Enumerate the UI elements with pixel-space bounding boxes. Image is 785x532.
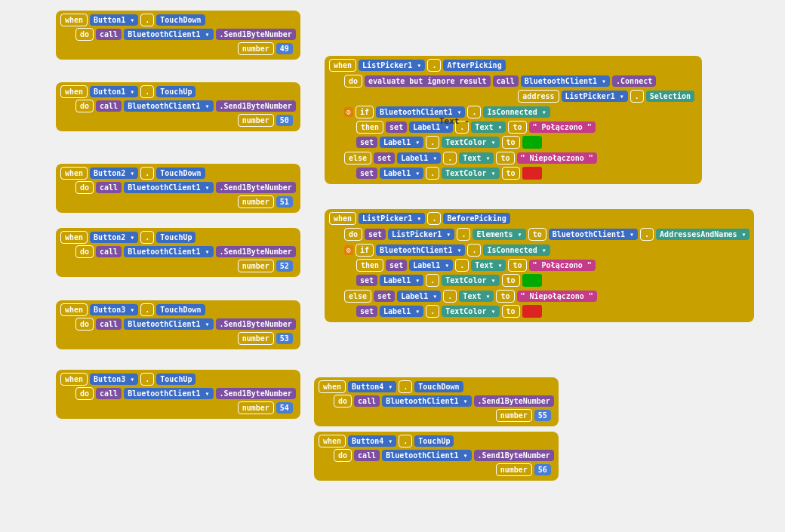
dot4: . (140, 231, 154, 244)
touchdown-trigger3: TouchDown (156, 304, 205, 315)
text-dash-label: Text - (439, 116, 469, 126)
do-lp2: do (344, 228, 362, 241)
when-label8: when (319, 435, 346, 447)
set-elements: set (365, 229, 386, 240)
to-l2: to (502, 136, 520, 149)
send1byte-method8: .Send1ByteNumber (474, 450, 554, 461)
dot-addr: . (630, 90, 644, 103)
touchup-trigger3: TouchUp (156, 374, 195, 385)
to-l8: to (502, 305, 520, 318)
set-label8: set (356, 306, 377, 317)
when-lp2: when (329, 212, 356, 225)
when-label2: when (60, 85, 88, 98)
dot8: . (399, 435, 412, 447)
to-elem: to (528, 228, 546, 241)
to-l7: to (496, 290, 514, 303)
set-label1: set (386, 121, 407, 133)
green-color2 (522, 274, 543, 287)
niepolaczono-text2: " Niepołączono " (517, 291, 597, 302)
send1byte-method6: .Send1ByteNumber (216, 388, 296, 399)
touchup-trigger1: TouchUp (156, 86, 195, 97)
text-prop1: Text ▾ (471, 121, 506, 133)
dot-isconn: . (467, 106, 481, 118)
dot-addr2: . (640, 228, 654, 241)
isconnected-prop: IsConnected ▾ (483, 106, 550, 118)
send1byte-method4: .Send1ByteNumber (216, 246, 296, 257)
label1-comp2: Label1 ▾ (380, 137, 423, 148)
selection-prop: Selection (646, 91, 694, 102)
do-label: do (75, 28, 94, 41)
label1-comp7: Label1 ▾ (397, 291, 441, 302)
button1b-component: Button1 ▾ (90, 86, 138, 97)
block-listpicker1-beforepicking: when ListPicker1 ▾ . BeforePicking do se… (325, 209, 754, 322)
text-prop4: Text ▾ (459, 291, 494, 302)
label1-comp3: Label1 ▾ (397, 152, 441, 164)
dot2: . (140, 85, 154, 98)
send1byte-method3: .Send1ByteNumber (216, 182, 296, 193)
dot3: . (140, 167, 154, 180)
textcolor-prop2: TextColor ▾ (442, 168, 499, 179)
to-l4: to (502, 167, 520, 180)
bt-component2: BluetoothClient1 ▾ (124, 100, 213, 112)
if-label2: if (356, 244, 374, 257)
bt-component4: BluetoothClient1 ▾ (124, 246, 213, 257)
elements-prop: Elements ▾ (473, 229, 525, 240)
num-56: 56 (534, 464, 551, 475)
isconnected-prop2: IsConnected ▾ (483, 244, 550, 256)
num-49: 49 (276, 43, 293, 54)
if-gear-icon: ⚙ (344, 107, 353, 117)
send1byte-method2: .Send1ByteNumber (216, 100, 296, 112)
set-label7: set (374, 291, 395, 302)
afterpicking-trigger: AfterPicking (443, 60, 505, 71)
set-label4: set (356, 168, 377, 179)
dot-isconn2: . (467, 244, 481, 257)
button3b-component: Button3 ▾ (90, 374, 138, 385)
red-color1 (522, 167, 543, 180)
dot5: . (140, 303, 154, 316)
text-prop3: Text ▾ (471, 260, 506, 271)
number-label1: number (238, 42, 274, 55)
when-label7: when (319, 380, 346, 393)
block-button3-touchdown: when Button3 ▾ . TouchDown do call Bluet… (56, 300, 300, 349)
bt-comp-connect: BluetoothClient1 ▾ (521, 75, 610, 87)
block-button3-touchup: when Button3 ▾ . TouchUp do call Bluetoo… (56, 370, 300, 419)
call-bt-connect: call (493, 75, 519, 87)
number-label5: number (238, 332, 274, 345)
eval-label: evaluate but ignore result (365, 75, 491, 87)
to-l5: to (508, 259, 526, 272)
do-label3: do (75, 181, 94, 194)
textcolor-prop4: TextColor ▾ (442, 306, 499, 317)
number-label4: number (238, 260, 274, 272)
call-label: call (96, 29, 122, 40)
label1-comp4: Label1 ▾ (380, 168, 423, 179)
call-label8: call (354, 450, 380, 461)
block-button2-touchup: when Button2 ▾ . TouchUp do call Bluetoo… (56, 228, 300, 277)
do-label2: do (75, 100, 94, 112)
dot-l7: . (443, 290, 457, 303)
if-label: if (356, 106, 374, 118)
when-label6: when (60, 373, 88, 386)
button2b-component: Button2 ▾ (90, 232, 138, 243)
dot-lp1: . (427, 59, 441, 72)
number-label6: number (238, 401, 274, 414)
text-dash: Text - (439, 116, 469, 126)
polaczono-text1: " Połączono " (529, 121, 596, 133)
listpicker1-comp2: ListPicker1 ▾ (359, 213, 425, 224)
connect-method: .Connect (612, 75, 656, 87)
dot1: . (140, 14, 154, 26)
green-color1 (522, 136, 543, 149)
dot-l2: . (426, 136, 439, 149)
button4b-component: Button4 ▾ (348, 435, 396, 447)
block-listpicker1-afterpicking: when ListPicker1 ▾ . AfterPicking do eva… (325, 56, 702, 184)
dot6: . (140, 373, 154, 386)
bt-isconn-comp2: BluetoothClient1 ▾ (376, 244, 465, 256)
button1-component: Button1 ▾ (90, 14, 138, 26)
block-button1-touchup: when Button1 ▾ . TouchUp do call Bluetoo… (56, 82, 300, 131)
polaczono-text2: " Połączono " (529, 260, 596, 271)
dot-l4: . (426, 167, 439, 180)
red-color2 (522, 305, 543, 318)
number-label7: number (496, 409, 532, 422)
button2-component: Button2 ▾ (90, 168, 138, 179)
send1byte-method7: .Send1ByteNumber (474, 395, 554, 407)
call-label4: call (96, 246, 122, 257)
